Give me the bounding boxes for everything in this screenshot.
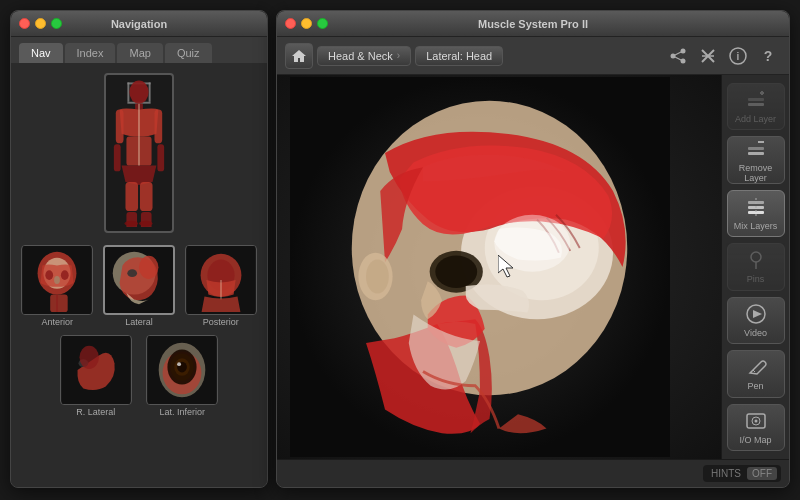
pins-button[interactable]: Pins [727, 243, 785, 290]
io-map-icon [745, 410, 767, 432]
remove-layer-button[interactable]: Remove Layer [727, 136, 785, 183]
svg-text:i: i [737, 51, 740, 62]
head-thumbnails-row1: Anterior [19, 245, 259, 327]
breadcrumb-lateral-head-label: Lateral: Head [426, 50, 492, 62]
hints-toggle[interactable]: HINTS OFF [703, 465, 781, 482]
add-layer-icon [745, 89, 767, 111]
tab-nav[interactable]: Nav [19, 43, 63, 63]
tab-index[interactable]: Index [65, 43, 116, 63]
svg-rect-1 [127, 82, 129, 101]
svg-point-62 [435, 256, 477, 288]
video-icon [745, 303, 767, 325]
main-titlebar: Muscle System Pro II [277, 11, 789, 37]
question-icon: ? [759, 47, 777, 65]
thumbnail-lat-inferior[interactable]: Lat. Inferior [142, 335, 224, 417]
posterior-image [185, 245, 257, 315]
breadcrumb-lateral-head[interactable]: Lateral: Head [415, 46, 503, 66]
breadcrumb-arrow-1: › [397, 50, 400, 61]
main-window: Muscle System Pro II Head & Neck › Later… [276, 10, 790, 488]
thumbnail-lateral[interactable]: Lateral [101, 245, 178, 327]
tools-sidebar: Add Layer Remove Layer Mix [721, 75, 789, 459]
info-icon: i [729, 47, 747, 65]
pen-icon [745, 356, 767, 378]
nav-titlebar: Navigation [11, 11, 267, 37]
main-title: Muscle System Pro II [478, 18, 588, 30]
pen-button[interactable]: Pen [727, 350, 785, 397]
anterior-label: Anterior [42, 317, 74, 327]
svg-point-15 [125, 221, 139, 227]
svg-point-22 [61, 270, 69, 280]
nav-content: Anterior [11, 63, 267, 487]
tab-quiz[interactable]: Quiz [165, 43, 212, 63]
svg-marker-45 [292, 50, 306, 62]
svg-rect-67 [748, 98, 764, 101]
tab-map[interactable]: Map [117, 43, 162, 63]
help-button[interactable]: ? [755, 43, 781, 69]
navigation-window: Navigation Nav Index Map Quiz [10, 10, 268, 488]
svg-point-21 [46, 270, 54, 280]
svg-rect-6 [116, 110, 124, 144]
scissors-button[interactable] [695, 43, 721, 69]
r-lateral-label: R. Lateral [76, 407, 115, 417]
svg-rect-70 [748, 152, 764, 155]
pen-label: Pen [747, 381, 763, 391]
head-anatomy-svg [290, 77, 670, 457]
svg-point-64 [366, 259, 389, 293]
svg-rect-66 [748, 103, 764, 106]
mix-layers-label: Mix Layers [734, 221, 778, 231]
video-label: Video [744, 328, 767, 338]
svg-rect-24 [51, 295, 68, 312]
pins-icon [745, 249, 767, 271]
full-body-svg [110, 79, 168, 227]
svg-point-29 [127, 269, 137, 277]
thumbnail-posterior[interactable]: Posterior [182, 245, 259, 327]
svg-point-23 [54, 276, 60, 284]
share-button[interactable] [665, 43, 691, 69]
main-maximize-button[interactable] [317, 18, 328, 29]
home-button[interactable] [285, 43, 313, 69]
video-button[interactable]: Video [727, 297, 785, 344]
svg-rect-7 [154, 110, 162, 144]
breadcrumb-head-neck[interactable]: Head & Neck › [317, 46, 411, 66]
svg-point-44 [177, 362, 181, 366]
mix-layers-icon [745, 196, 767, 218]
breadcrumb-head-neck-label: Head & Neck [328, 50, 393, 62]
pins-label: Pins [747, 274, 765, 284]
add-layer-button[interactable]: Add Layer [727, 83, 785, 130]
main-bottom-bar: HINTS OFF [277, 459, 789, 487]
svg-rect-71 [748, 147, 764, 150]
svg-point-4 [129, 81, 148, 104]
io-map-label: I/O Map [739, 435, 771, 445]
anterior-image [21, 245, 93, 315]
svg-rect-9 [157, 144, 164, 171]
svg-rect-12 [140, 182, 153, 211]
main-content: Add Layer Remove Layer Mix [277, 75, 789, 459]
io-map-button[interactable]: I/O Map [727, 404, 785, 451]
maximize-button[interactable] [51, 18, 62, 29]
main-traffic-lights [285, 18, 328, 29]
info-button[interactable]: i [725, 43, 751, 69]
head-thumbnails-row2: R. Lateral [19, 335, 259, 417]
minimize-button[interactable] [35, 18, 46, 29]
lateral-image [103, 245, 175, 315]
nav-title: Navigation [111, 18, 167, 30]
full-body-image [104, 73, 174, 233]
close-button[interactable] [19, 18, 30, 29]
svg-point-36 [79, 346, 98, 369]
thumbnail-anterior[interactable]: Anterior [19, 245, 96, 327]
nav-tab-bar: Nav Index Map Quiz [11, 37, 267, 63]
svg-point-28 [139, 256, 158, 279]
lat-inferior-image [146, 335, 218, 405]
main-close-button[interactable] [285, 18, 296, 29]
full-body-thumbnail[interactable] [19, 71, 259, 235]
scissors-icon [699, 47, 717, 65]
thumbnail-r-lateral[interactable]: R. Lateral [55, 335, 137, 417]
svg-rect-8 [114, 144, 121, 171]
svg-line-49 [673, 51, 683, 56]
add-layer-label: Add Layer [735, 114, 776, 124]
anatomy-view[interactable] [277, 75, 721, 459]
main-minimize-button[interactable] [301, 18, 312, 29]
svg-line-50 [673, 56, 683, 61]
remove-layer-icon [745, 138, 767, 160]
mix-layers-button[interactable]: Mix Layers [727, 190, 785, 237]
